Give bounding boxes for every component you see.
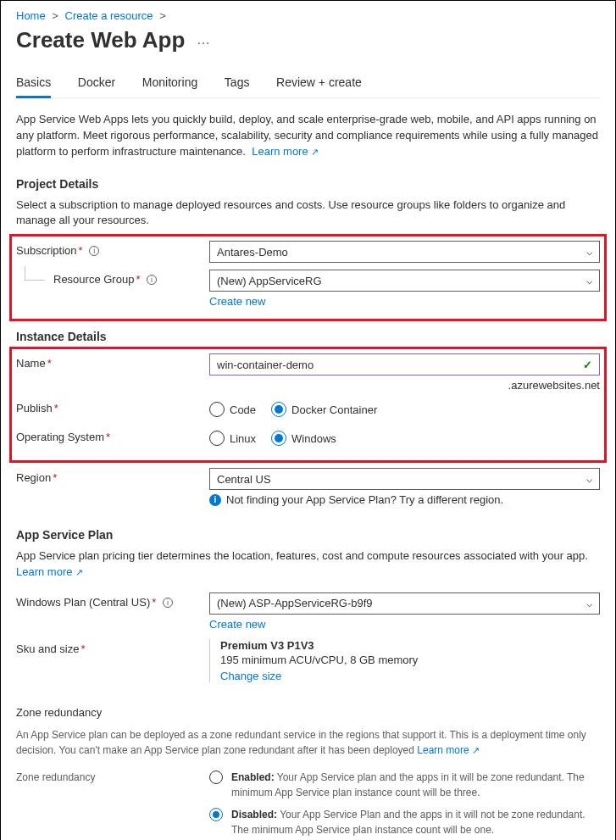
tab-docker[interactable]: Docker — [78, 69, 115, 96]
learn-more-plan-link[interactable]: Learn more ↗ — [16, 565, 83, 578]
page-title: Create Web App — [16, 27, 185, 53]
change-size-link[interactable]: Change size — [220, 670, 281, 682]
chevron-down-icon: ⌵ — [586, 598, 592, 609]
zone-disabled-radio[interactable]: Disabled: Your App Service Plan and the … — [209, 807, 600, 837]
windows-plan-label: Windows Plan (Central US)* i — [16, 592, 209, 609]
zone-redundancy-label: Zone redundancy — [16, 770, 209, 783]
tab-tags[interactable]: Tags — [225, 69, 250, 96]
chevron-down-icon: ⌵ — [586, 275, 592, 286]
learn-more-link[interactable]: Learn more ↗ — [252, 145, 319, 158]
breadcrumb: Home > Create a resource > — [16, 9, 600, 22]
region-hint: i Not finding your App Service Plan? Try… — [209, 493, 600, 506]
sku-desc: 195 minimum ACU/vCPU, 8 GB memory — [220, 654, 600, 666]
region-label: Region* — [16, 468, 209, 484]
create-new-rg-link[interactable]: Create new — [209, 295, 265, 308]
zone-enabled-radio[interactable]: Enabled: Your App Service plan and the a… — [209, 770, 600, 800]
external-link-icon: ↗ — [75, 567, 83, 577]
info-icon: i — [209, 494, 221, 506]
breadcrumb-home[interactable]: Home — [16, 9, 46, 22]
subscription-select[interactable]: Antares-Demo ⌵ — [209, 241, 600, 263]
app-service-plan-caption: App Service plan pricing tier determines… — [16, 548, 600, 581]
check-icon: ✓ — [583, 359, 592, 371]
more-icon[interactable]: … — [197, 32, 210, 47]
publish-code-radio[interactable]: Code — [209, 402, 256, 417]
chevron-down-icon: ⌵ — [586, 473, 592, 485]
chevron-right-icon: > — [52, 9, 58, 22]
name-label: Name* — [16, 353, 209, 370]
resource-group-select[interactable]: (New) AppServiceRG ⌵ — [209, 270, 600, 292]
instance-details-heading: Instance Details — [16, 330, 600, 343]
region-select[interactable]: Central US ⌵ — [209, 468, 600, 490]
subscription-label: Subscription* i — [16, 241, 209, 257]
chevron-right-icon: > — [159, 9, 166, 22]
publish-docker-radio[interactable]: Docker Container — [271, 402, 377, 417]
windows-plan-select[interactable]: (New) ASP-AppServiceRG-b9f9 ⌵ — [209, 592, 600, 615]
os-label: Operating System* — [16, 427, 209, 443]
tab-basics[interactable]: Basics — [16, 69, 51, 98]
info-icon[interactable]: i — [89, 246, 99, 256]
chevron-down-icon: ⌵ — [586, 246, 592, 258]
intro-text: App Service Web Apps lets you quickly bu… — [16, 112, 600, 160]
breadcrumb-create-resource[interactable]: Create a resource — [65, 9, 153, 22]
tab-bar: Basics Docker Monitoring Tags Review + c… — [16, 69, 600, 98]
project-details-heading: Project Details — [16, 177, 600, 191]
create-new-plan-link[interactable]: Create new — [209, 618, 265, 631]
tab-monitoring[interactable]: Monitoring — [142, 69, 197, 96]
url-suffix: .azurewebsites.net — [209, 379, 600, 392]
learn-more-zone-link[interactable]: Learn more ↗ — [417, 744, 480, 756]
zone-redundancy-heading: Zone redundancy — [16, 706, 600, 719]
external-link-icon: ↗ — [472, 745, 480, 755]
sku-title: Premium V3 P1V3 — [220, 639, 600, 652]
zone-redundancy-caption: An App Service plan can be deployed as a… — [16, 727, 600, 758]
info-icon[interactable]: i — [147, 275, 157, 285]
app-service-plan-heading: App Service Plan — [16, 528, 600, 542]
resource-group-label: Resource Group* i — [16, 270, 209, 286]
info-icon[interactable]: i — [163, 598, 173, 608]
name-input[interactable]: win-container-demo ✓ — [209, 353, 600, 375]
external-link-icon: ↗ — [311, 147, 319, 157]
os-linux-radio[interactable]: Linux — [209, 431, 256, 446]
publish-label: Publish* — [16, 398, 209, 414]
sku-label: Sku and size* — [16, 639, 209, 655]
tab-review[interactable]: Review + create — [276, 69, 362, 96]
project-details-caption: Select a subscription to manage deployed… — [16, 197, 600, 230]
os-windows-radio[interactable]: Windows — [271, 431, 336, 446]
